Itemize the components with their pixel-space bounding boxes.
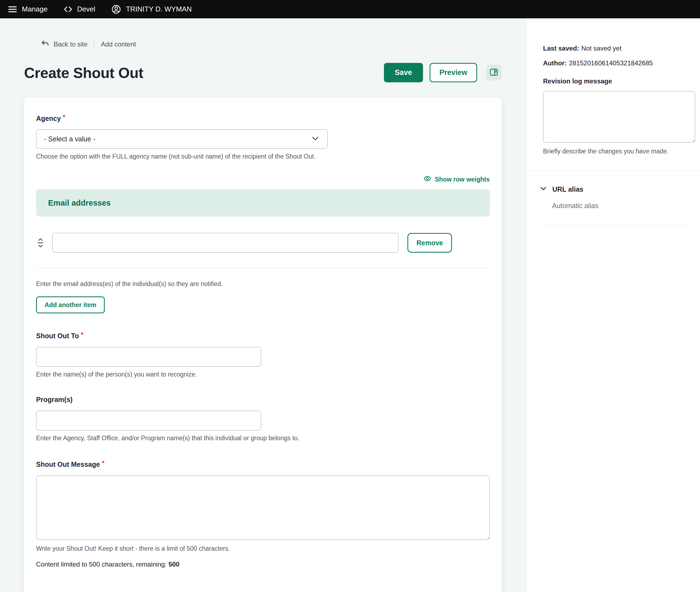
character-counter-prefix: Content limited to 500 characters, remai… — [36, 560, 168, 568]
url-alias-section: URL alias Automatic alias — [527, 170, 700, 224]
add-another-item-button[interactable]: Add another item — [36, 296, 105, 313]
shout-out-to-help-text: Enter the name(s) of the person(s) you w… — [36, 371, 490, 378]
main-content-area: Back to site Add content Create Shout Ou… — [0, 18, 527, 592]
required-marker: * — [81, 331, 83, 338]
url-alias-title: URL alias — [552, 185, 583, 193]
preview-button[interactable]: Preview — [430, 63, 477, 82]
email-address-row: Remove — [36, 233, 490, 253]
programs-label: Program(s) — [36, 396, 72, 403]
toolbar-item-manage[interactable]: Manage — [8, 4, 48, 14]
toolbar-item-devel[interactable]: Devel — [63, 5, 95, 14]
shout-out-to-input[interactable] — [36, 347, 261, 367]
author-label: Author: — [543, 59, 567, 67]
shout-out-message-textarea[interactable] — [36, 476, 490, 540]
programs-field: Program(s) Enter the Agency, Staff Offic… — [36, 396, 490, 442]
email-address-input[interactable] — [52, 233, 398, 253]
shout-out-to-label: Shout Out To — [36, 332, 79, 340]
character-counter-value: 500 — [168, 560, 180, 568]
agency-label: Agency — [36, 114, 61, 122]
toolbar-item-user[interactable]: TRINITY D. WYMAN — [111, 4, 192, 14]
email-addresses-help-text: Enter the email address(es) of the indiv… — [36, 280, 490, 288]
email-addresses-header: Email addresses — [36, 189, 490, 216]
meta-sidebar: Last saved:Not saved yet Author:28152016… — [527, 18, 700, 592]
last-saved-line: Last saved:Not saved yet — [543, 45, 694, 52]
back-arrow-icon — [41, 39, 50, 50]
eye-icon — [423, 175, 432, 184]
page-title: Create Shout Out — [24, 64, 143, 81]
character-counter: Content limited to 500 characters, remai… — [36, 560, 490, 568]
drag-handle-icon[interactable] — [36, 237, 45, 248]
agency-select[interactable]: - Select a value - — [36, 129, 328, 149]
revision-log-textarea[interactable] — [543, 91, 695, 143]
url-alias-toggle[interactable]: URL alias — [539, 184, 694, 194]
remove-button[interactable]: Remove — [407, 233, 452, 253]
node-form-card: Agency* - Select a value - Choose the op… — [24, 98, 502, 592]
author-line: Author:28152016061405321842685 — [543, 59, 694, 67]
chevron-down-icon — [311, 134, 320, 144]
shout-out-message-field: Shout Out Message* Write your Shout Out!… — [36, 459, 490, 568]
last-saved-value: Not saved yet — [581, 45, 621, 52]
programs-help-text: Enter the Agency, Staff Office, and/or P… — [36, 435, 490, 442]
required-marker: * — [63, 113, 65, 121]
last-saved-label: Last saved: — [543, 45, 579, 52]
sidebar-toggle-button[interactable] — [486, 65, 502, 81]
show-row-weights-link[interactable]: Show row weights — [36, 175, 490, 184]
toolbar-user-label: TRINITY D. WYMAN — [126, 5, 192, 13]
breadcrumb-divider — [94, 39, 94, 50]
toolbar-manage-label: Manage — [22, 5, 48, 13]
agency-field: Agency* - Select a value - Choose the op… — [36, 113, 490, 160]
url-alias-status: Automatic alias — [552, 202, 694, 210]
toolbar-devel-label: Devel — [77, 5, 95, 13]
admin-toolbar: Manage Devel TRINITY D. WYMAN — [0, 0, 700, 18]
back-to-site-label: Back to site — [54, 41, 88, 48]
hamburger-menu-icon — [8, 4, 17, 14]
add-content-link[interactable]: Add content — [101, 41, 136, 48]
revision-log-help-text: Briefly describe the changes you have ma… — [543, 148, 694, 155]
required-marker: * — [102, 459, 104, 467]
revision-log-label: Revision log message — [543, 78, 694, 85]
user-account-icon — [111, 4, 121, 14]
divider — [36, 268, 490, 268]
breadcrumb: Back to site Add content — [41, 39, 527, 50]
add-content-label: Add content — [101, 41, 136, 48]
shout-out-to-field: Shout Out To* Enter the name(s) of the p… — [36, 331, 490, 378]
shout-out-message-label: Shout Out Message — [36, 460, 100, 468]
agency-selected-value: - Select a value - — [44, 135, 95, 143]
chevron-down-icon — [539, 184, 547, 194]
show-row-weights-label: Show row weights — [435, 176, 490, 183]
save-button[interactable]: Save — [384, 63, 423, 82]
email-addresses-title: Email addresses — [48, 199, 111, 207]
programs-input[interactable] — [36, 411, 261, 430]
author-value: 28152016061405321842685 — [569, 59, 653, 67]
shout-out-message-help-text: Write your Shout Out! Keep it short - th… — [36, 545, 490, 552]
code-brackets-icon — [63, 5, 73, 14]
back-to-site-link[interactable]: Back to site — [41, 39, 88, 50]
sidebar-panel-icon — [489, 67, 499, 78]
sidebar-divider — [539, 224, 694, 224]
agency-help-text: Choose the option with the FULL agency n… — [36, 153, 490, 160]
